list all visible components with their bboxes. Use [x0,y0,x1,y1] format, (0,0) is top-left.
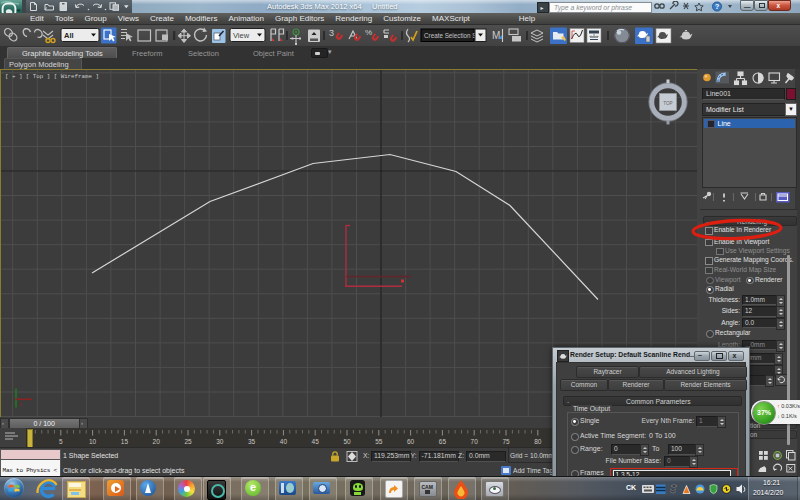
svg-text:3: 3 [329,28,334,38]
svg-text:35: 35 [248,438,256,445]
svg-text:50: 50 [343,438,351,445]
svg-text:60: 60 [407,438,415,445]
svg-text:20: 20 [153,438,161,445]
svg-text:%: % [365,28,372,37]
svg-text:View: View [233,31,250,40]
svg-text:Create Selection Se: Create Selection Se [424,32,481,39]
svg-text:10: 10 [89,438,97,445]
svg-text:30: 30 [216,438,224,445]
svg-text:TOP: TOP [663,101,672,106]
svg-text:65: 65 [439,438,447,445]
svg-text:15: 15 [121,438,129,445]
svg-text:80: 80 [534,438,542,445]
svg-text:55: 55 [375,438,383,445]
svg-text:x: x [19,401,22,407]
svg-text:70: 70 [471,438,479,445]
svg-text:?: ? [715,2,720,11]
svg-text:All: All [64,31,74,40]
svg-text:45: 45 [312,438,320,445]
svg-text:25: 25 [184,438,192,445]
svg-text:M: M [492,30,500,41]
svg-text:40: 40 [280,438,288,445]
svg-text:75: 75 [502,438,510,445]
svg-text:5: 5 [59,438,63,445]
